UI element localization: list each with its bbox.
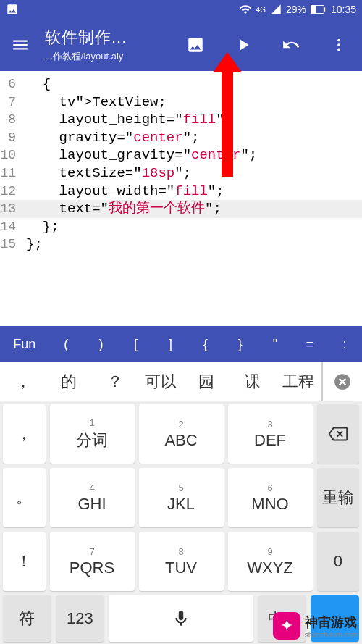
fun-key[interactable]: Fun [0,337,49,352]
backspace-icon [327,426,349,442]
keyboard-key[interactable]: 2ABC [139,404,224,464]
code-editor[interactable]: 6 7 8 9 10 11 12 13 14 15 { tv">TextView… [0,71,362,326]
more-vert-icon [331,35,347,54]
image-icon [186,35,205,54]
watermark-logo-icon: ✦ [273,612,300,640]
overflow-button[interactable] [329,35,349,55]
candidate-row: ，的？可以园课工程 [0,362,362,401]
symbol-key[interactable]: ( [49,337,83,352]
keyboard-key[interactable]: 1分词 [50,404,135,464]
hamburger-icon [11,35,30,54]
watermark-title: 神宙游戏 [305,614,358,631]
keyboard-key[interactable]: 重输 [317,468,360,527]
keyboard-key[interactable]: 符 [3,595,51,642]
code-content[interactable]: { tv">TextView; layout_height="fill"; gr… [26,75,362,254]
svg-rect-2 [324,7,325,12]
candidate-item[interactable]: 课 [230,371,275,393]
candidate-item[interactable]: ？ [92,371,138,393]
keyboard-key[interactable]: 。 [3,468,46,527]
status-bar: 4G 29% 10:35 [0,0,362,19]
keyboard-key[interactable]: ， [3,404,46,464]
candidate-item[interactable]: 可以 [138,371,183,393]
svg-point-5 [337,49,340,51]
symbol-key[interactable]: [ [118,337,153,352]
menu-button[interactable] [9,33,32,57]
signal-icon [270,4,282,15]
candidate-item[interactable]: 的 [46,371,91,393]
keyboard-key[interactable]: 3DEF [228,404,313,464]
undo-icon [282,35,300,54]
symbol-key[interactable]: ) [83,337,118,352]
clock: 10:35 [331,4,356,15]
watermark-sub: shenzhoum.com [305,631,358,639]
battery-percent: 29% [286,4,306,15]
symbol-key[interactable]: = [292,337,327,352]
keyboard-key[interactable]: 9WXYZ [228,532,313,591]
title-block: 软件制作... ...作教程/layout.aly [45,27,127,63]
svg-point-3 [337,39,340,42]
watermark: ✦ 神宙游戏 shenzhoum.com [273,612,358,640]
keyboard-key[interactable]: 0 [317,532,360,591]
keyboard-key[interactable]: 8TUV [139,532,224,591]
keyboard: ，1分词2ABC3DEF。4GHI5JKL6MNO重输！7PQRS8TUV9WX… [0,401,362,644]
keyboard-key[interactable]: 6MNO [228,468,313,527]
symbol-key[interactable]: ] [153,337,188,352]
play-icon [234,35,253,54]
app-title: 软件制作... [45,27,127,49]
symbol-key[interactable]: " [258,337,292,352]
file-path: ...作教程/layout.aly [45,50,127,63]
close-icon [333,372,352,391]
picture-icon [6,3,19,16]
line-gutter: 6 7 8 9 10 11 12 13 14 15 [0,71,19,254]
wifi-icon [239,3,252,16]
symbol-toolbar: Fun ()[]{}"=: [0,326,362,362]
svg-rect-1 [311,6,316,14]
run-button[interactable] [233,35,253,55]
keyboard-key[interactable]: 4GHI [50,468,135,527]
symbol-key[interactable]: : [327,337,362,352]
app-toolbar: 软件制作... ...作教程/layout.aly [0,19,362,71]
keyboard-key[interactable] [317,404,360,464]
keyboard-key[interactable]: ！ [3,532,46,591]
battery-icon [311,5,327,14]
image-button[interactable] [185,35,206,55]
symbol-key[interactable]: { [188,337,223,352]
undo-button[interactable] [281,35,301,55]
network-label: 4G [256,6,266,14]
candidate-item[interactable]: 工程 [276,371,321,393]
symbol-key[interactable]: } [223,337,258,352]
candidate-item[interactable]: ， [0,371,46,393]
keyboard-key[interactable]: 7PQRS [50,532,135,591]
svg-point-4 [337,43,340,46]
keyboard-key[interactable] [109,595,254,642]
mic-icon [172,609,190,628]
keyboard-key[interactable]: 123 [56,595,104,642]
candidate-item[interactable]: 园 [184,371,230,393]
close-candidates-button[interactable] [321,362,362,401]
keyboard-key[interactable]: 5JKL [139,468,224,527]
